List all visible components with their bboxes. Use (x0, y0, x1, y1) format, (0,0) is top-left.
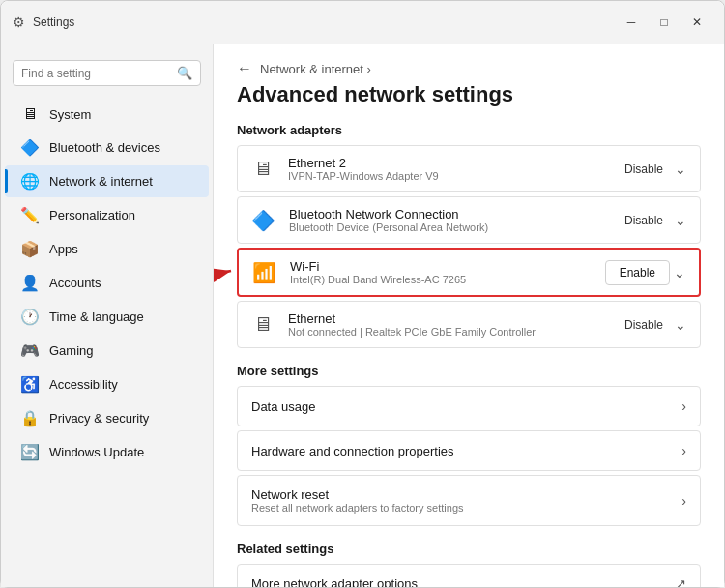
reset-title: Network reset (251, 487, 682, 502)
titlebar-title: Settings (33, 15, 74, 29)
bluetooth-net-icon: 🔷 (251, 209, 276, 232)
chevron-down-icon: ⌄ (675, 162, 686, 177)
sidebar-item-label: Privacy & security (49, 411, 149, 426)
sidebar-item-gaming[interactable]: 🎮 Gaming (5, 335, 209, 367)
sidebar-item-personalization[interactable]: ✏️ Personalization (5, 199, 209, 231)
page-title: Advanced network settings (237, 82, 701, 107)
sidebar-item-label: Gaming (49, 343, 94, 358)
adapter-name-ethernet2: Ethernet 2 (288, 156, 617, 170)
personalization-icon: ✏️ (20, 206, 40, 224)
sidebar-item-label: Accessibility (49, 377, 118, 392)
sidebar-item-bluetooth[interactable]: 🔷 Bluetooth & devices (5, 132, 209, 163)
more-adapters-row[interactable]: More network adapter options ↗ (237, 564, 701, 587)
adapter-desc-ethernet: Not connected | Realtek PCIe GbE Family … (288, 326, 617, 338)
sidebar-item-accessibility[interactable]: ♿ Accessibility (5, 368, 209, 400)
bluetooth-icon: 🔷 (20, 138, 40, 157)
titlebar: ⚙ Settings ─ □ ✕ (1, 1, 724, 44)
reset-desc: Reset all network adapters to factory se… (251, 502, 682, 514)
ethernet2-icon: 🖥 (251, 158, 275, 180)
sidebar-item-update[interactable]: 🔄 Windows Update (5, 436, 209, 468)
sidebar-item-label: Accounts (49, 276, 101, 290)
network-icon: 🌐 (20, 172, 40, 191)
sidebar-item-label: Bluetooth & devices (49, 140, 160, 155)
more-settings-section-title: More settings (237, 364, 701, 378)
network-adapters-section-title: Network adapters (237, 123, 701, 137)
adapter-card-ethernet: 🖥 Ethernet Not connected | Realtek PCIe … (237, 301, 701, 348)
disable-ethernet-button[interactable]: Disable (617, 314, 671, 336)
titlebar-controls: ─ □ ✕ (616, 9, 712, 36)
settings-app-icon: ⚙ (13, 15, 25, 30)
adapter-desc-wifi: Intel(R) Dual Band Wireless-AC 7265 (290, 274, 605, 285)
reset-content: Network reset Reset all network adapters… (251, 487, 682, 514)
sidebar-item-time[interactable]: 🕐 Time & language (5, 301, 209, 333)
accessibility-icon: ♿ (20, 375, 40, 394)
sidebar-item-label: Personalization (49, 208, 135, 222)
data-usage-content: Data usage (251, 399, 682, 414)
adapter-card-wifi: 📶 Wi-Fi Intel(R) Dual Band Wireless-AC 7… (237, 248, 701, 297)
chevron-down-icon: ⌄ (674, 265, 685, 280)
chevron-right-icon: › (682, 443, 686, 458)
adapter-action-wifi: Enable ⌄ (605, 260, 685, 285)
hardware-row[interactable]: Hardware and connection properties › (237, 430, 701, 471)
sidebar-item-label: Time & language (49, 309, 144, 324)
adapter-name-bluetooth-net: Bluetooth Network Connection (289, 207, 617, 221)
search-input[interactable] (21, 67, 171, 80)
breadcrumb: Network & internet › (260, 62, 371, 76)
disable-bluetooth-net-button[interactable]: Disable (617, 210, 671, 231)
wifi-adapter-icon: 📶 (252, 261, 276, 284)
main-content: ← Network & internet › Advanced network … (214, 44, 724, 587)
hardware-content: Hardware and connection properties (251, 444, 682, 458)
more-adapters-title: More network adapter options (251, 576, 676, 587)
sidebar-item-network[interactable]: 🌐 Network & internet (5, 165, 209, 197)
adapter-name-ethernet: Ethernet (288, 311, 617, 326)
chevron-down-icon: ⌄ (675, 213, 686, 228)
accounts-icon: 👤 (20, 274, 40, 292)
settings-window: ⚙ Settings ─ □ ✕ 🔍 🖥 System 🔷 Bluetooth … (0, 0, 725, 588)
sidebar-item-label: Network & internet (49, 174, 153, 189)
privacy-icon: 🔒 (20, 409, 40, 427)
external-link-icon: ↗ (676, 576, 686, 587)
sidebar-item-system[interactable]: 🖥 System (5, 99, 209, 130)
adapter-action-bluetooth-net: Disable ⌄ (617, 210, 686, 231)
close-button[interactable]: ✕ (682, 9, 712, 36)
search-icon: 🔍 (177, 66, 192, 80)
sidebar: 🔍 🖥 System 🔷 Bluetooth & devices 🌐 Netwo… (1, 44, 214, 587)
adapter-desc-ethernet2: IVPN-TAP-Windows Adapter V9 (288, 170, 617, 182)
adapter-info-wifi: Wi-Fi Intel(R) Dual Band Wireless-AC 726… (290, 259, 605, 285)
sidebar-item-accounts[interactable]: 👤 Accounts (5, 267, 209, 299)
titlebar-left: ⚙ Settings (13, 15, 74, 30)
sidebar-item-privacy[interactable]: 🔒 Privacy & security (5, 402, 209, 434)
content-area: 🔍 🖥 System 🔷 Bluetooth & devices 🌐 Netwo… (1, 44, 724, 587)
related-settings-section-title: Related settings (237, 542, 701, 556)
adapter-info-ethernet2: Ethernet 2 IVPN-TAP-Windows Adapter V9 (288, 156, 617, 182)
search-box[interactable]: 🔍 (13, 60, 201, 86)
adapter-action-ethernet2: Disable ⌄ (617, 159, 686, 180)
adapter-info-ethernet: Ethernet Not connected | Realtek PCIe Gb… (288, 311, 617, 338)
data-usage-title: Data usage (251, 399, 682, 414)
minimize-button[interactable]: ─ (616, 9, 647, 36)
hardware-title: Hardware and connection properties (251, 444, 682, 458)
chevron-right-icon: › (682, 398, 686, 414)
sidebar-item-label: System (49, 107, 91, 122)
back-button[interactable]: ← (237, 60, 252, 77)
adapter-desc-bluetooth-net: Bluetooth Device (Personal Area Network) (289, 221, 617, 233)
enable-wifi-button[interactable]: Enable (605, 260, 670, 285)
gaming-icon: 🎮 (20, 341, 40, 360)
sidebar-item-apps[interactable]: 📦 Apps (5, 233, 209, 265)
sidebar-item-label: Windows Update (49, 445, 144, 459)
adapter-action-ethernet: Disable ⌄ (617, 314, 686, 336)
adapter-name-wifi: Wi-Fi (290, 259, 605, 274)
ethernet-icon: 🖥 (251, 313, 275, 336)
data-usage-row[interactable]: Data usage › (237, 386, 701, 426)
sidebar-item-label: Apps (49, 242, 78, 256)
disable-ethernet2-button[interactable]: Disable (617, 159, 671, 180)
apps-icon: 📦 (20, 240, 40, 258)
time-icon: 🕐 (20, 308, 40, 326)
adapter-card-ethernet2: 🖥 Ethernet 2 IVPN-TAP-Windows Adapter V9… (237, 145, 701, 192)
chevron-right-icon: › (682, 493, 686, 509)
update-icon: 🔄 (20, 443, 40, 461)
adapter-card-bluetooth-net: 🔷 Bluetooth Network Connection Bluetooth… (237, 196, 701, 244)
reset-row[interactable]: Network reset Reset all network adapters… (237, 475, 701, 526)
system-icon: 🖥 (20, 105, 40, 123)
maximize-button[interactable]: □ (649, 9, 680, 36)
